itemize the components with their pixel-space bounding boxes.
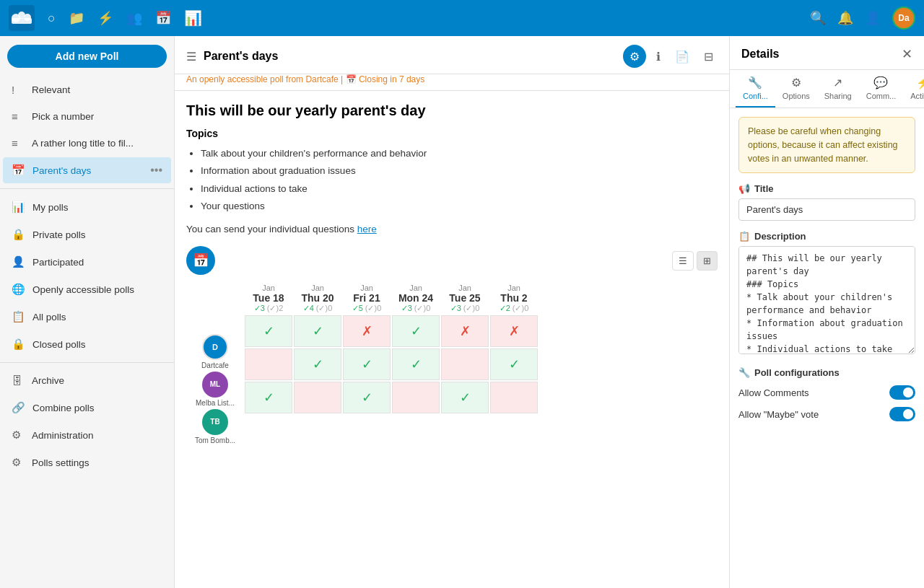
activity-icon[interactable]: ⚡ [97, 10, 113, 26]
vote-cell-p2-d2[interactable]: ✓ [343, 382, 391, 413]
vote-cell-p1-d4[interactable] [441, 348, 489, 380]
sidebar-item-participated[interactable]: 👤 Participated [3, 249, 171, 275]
sidebar-item-administration[interactable]: ⚙ Administration [3, 422, 171, 448]
here-link[interactable]: here [357, 224, 377, 234]
maybe-count: (✓)0 [463, 304, 479, 313]
calendar-icon[interactable]: 📅 [155, 10, 171, 26]
openly-icon: 🌐 [12, 283, 25, 296]
vote-cell-p2-d5[interactable] [490, 382, 538, 413]
vote-cell-p0-d5[interactable]: ✗ [490, 315, 538, 347]
sidebar-item-relevant[interactable]: ! Relevant [3, 77, 171, 102]
yes-count: ✓3 [401, 304, 412, 313]
date-header: Jan Tue 25 ✓3 (✓)0 [440, 281, 489, 315]
allow-maybe-label: Allow "Maybe" vote [738, 409, 819, 420]
sidebar-item-private-polls[interactable]: 🔒 Private polls [3, 221, 171, 247]
topbar: ○ 📁 ⚡ 👥 📅 📊 🔍 🔔 👤 Da [0, 0, 924, 36]
allow-comments-toggle[interactable] [889, 385, 915, 400]
tab-activity[interactable]: ⚡ Activity [903, 70, 924, 107]
vote-cell-p1-d2[interactable]: ✓ [343, 348, 391, 380]
svg-rect-4 [12, 18, 32, 24]
my-polls-icon: 📊 [12, 201, 25, 214]
sidebar-item-all-polls[interactable]: 📋 All polls [3, 304, 171, 330]
sidebar-item-my-polls[interactable]: 📊 My polls [3, 194, 171, 220]
calendar-item-icon: 📅 [12, 164, 25, 177]
user-icon[interactable]: 👤 [865, 10, 881, 26]
date-month: Jan [394, 284, 437, 292]
search-icon[interactable]: 🔍 [810, 10, 826, 26]
sidebar-item-polls-settings[interactable]: ⚙ Polls settings [3, 449, 171, 475]
allow-comments-row: Allow Comments [738, 385, 915, 400]
allow-maybe-toggle[interactable] [889, 407, 915, 421]
sidebar-item-closed-polls[interactable]: 🔒 Closed polls [3, 331, 171, 357]
name-melba: Melba List... [196, 399, 235, 407]
list-view-button[interactable]: ☰ [672, 251, 694, 271]
tab-sharing[interactable]: ↗ Sharing [817, 70, 859, 107]
sidebar-item-label: Combine polls [32, 403, 95, 413]
sidebar-item-pick-number[interactable]: ≡ Pick a number [3, 104, 171, 129]
contacts-icon[interactable]: 👥 [126, 10, 142, 26]
details-header: Details ✕ [730, 36, 924, 70]
tab-config[interactable]: 🔧 Confi... [736, 70, 775, 107]
x-icon: ✗ [509, 323, 520, 339]
tab-options-label: Options [783, 92, 810, 100]
closed-icon: 🔒 [12, 338, 25, 351]
avatar[interactable]: Da [892, 6, 915, 30]
date-day: Tue 25 [443, 292, 487, 304]
add-new-poll-button[interactable]: Add new Poll [7, 45, 167, 68]
vote-cell-p1-d5[interactable]: ✓ [490, 348, 538, 380]
vote-cell-p0-d2[interactable]: ✗ [343, 315, 391, 347]
header-spacer [186, 281, 244, 333]
date-month: Jan [492, 284, 536, 292]
sidebar-item-parents-days[interactable]: 📅 Parent's days ••• [3, 157, 171, 183]
tab-comments[interactable]: 💬 Comm... [859, 70, 904, 107]
vote-cell-p0-d4[interactable]: ✗ [441, 315, 489, 347]
tab-options[interactable]: ⚙ Options [775, 70, 817, 107]
poll-title-header: Parent's days [204, 50, 616, 63]
search-topbar-icon[interactable]: ○ [48, 11, 56, 26]
sidebar-item-archive[interactable]: 🗄 Archive [3, 368, 171, 393]
grid-view-button[interactable]: ⊞ [697, 251, 718, 271]
date-day: Fri 21 [345, 292, 388, 304]
info-button[interactable]: ℹ [652, 47, 665, 66]
vote-cell-p2-d4[interactable]: ✓ [441, 382, 489, 413]
gear-settings-button[interactable]: ⚙ [623, 45, 646, 68]
combine-icon: 🔗 [12, 401, 25, 414]
poll-subtitle: An openly accessible poll from Dartcafe … [175, 74, 729, 91]
vote-count: ✓3 (✓)0 [394, 304, 437, 313]
sidebar-item-combine-polls[interactable]: 🔗 Combine polls [3, 395, 171, 421]
x-icon: ✗ [460, 323, 471, 339]
vote-cell-p2-d3[interactable] [392, 382, 440, 413]
document-button[interactable]: 📄 [671, 47, 694, 66]
vote-cell-p2-d1[interactable] [294, 382, 341, 413]
details-close-button[interactable]: ✕ [902, 46, 912, 62]
checkmark-icon: ✓ [411, 323, 422, 339]
vote-cell-p0-d3[interactable]: ✓ [392, 315, 440, 347]
description-textarea[interactable]: ## This will be our yearly parent's day … [738, 246, 915, 354]
tab-config-label: Confi... [743, 92, 768, 100]
vote-cell-p0-d1[interactable]: ✓ [294, 315, 341, 347]
vote-cell-p1-d3[interactable]: ✓ [392, 348, 440, 380]
sidebar-item-label: Relevant [32, 84, 70, 95]
vote-count: ✓3 (✓)0 [443, 304, 487, 313]
list-icon: ≡ [12, 110, 25, 123]
sidebar-item-openly-accessible[interactable]: 🌐 Openly accessible polls [3, 276, 171, 302]
vote-cell-p2-d0[interactable]: ✓ [245, 382, 292, 413]
date-day: Thu 20 [296, 292, 339, 304]
vote-cell-p0-d0[interactable]: ✓ [245, 315, 292, 347]
sidebar: Add new Poll ! Relevant ≡ Pick a number … [0, 36, 175, 588]
sidebar-item-long-title[interactable]: ≡ A rather long title to fil... [3, 131, 171, 156]
date-col-3: Jan Mon 24 ✓3 (✓)0 ✓✓ [391, 281, 440, 445]
vote-cell-p1-d1[interactable]: ✓ [294, 348, 341, 380]
files-icon[interactable]: 📁 [69, 10, 84, 26]
share-button[interactable]: ⊟ [699, 47, 718, 66]
topic-item: Individual actions to take [201, 180, 718, 198]
hamburger-icon[interactable]: ☰ [186, 50, 196, 63]
date-header: Jan Thu 2 ✓2 (✓)0 [489, 281, 539, 315]
vote-cell-p1-d0[interactable] [245, 348, 292, 380]
description-section: 📋 Description ## This will be our yearly… [738, 231, 915, 357]
app-logo[interactable] [9, 5, 35, 31]
more-options-icon[interactable]: ••• [150, 164, 162, 177]
notifications-icon[interactable]: 🔔 [837, 10, 853, 26]
title-input[interactable] [738, 198, 915, 221]
polls-nav-icon[interactable]: 📊 [184, 9, 202, 27]
